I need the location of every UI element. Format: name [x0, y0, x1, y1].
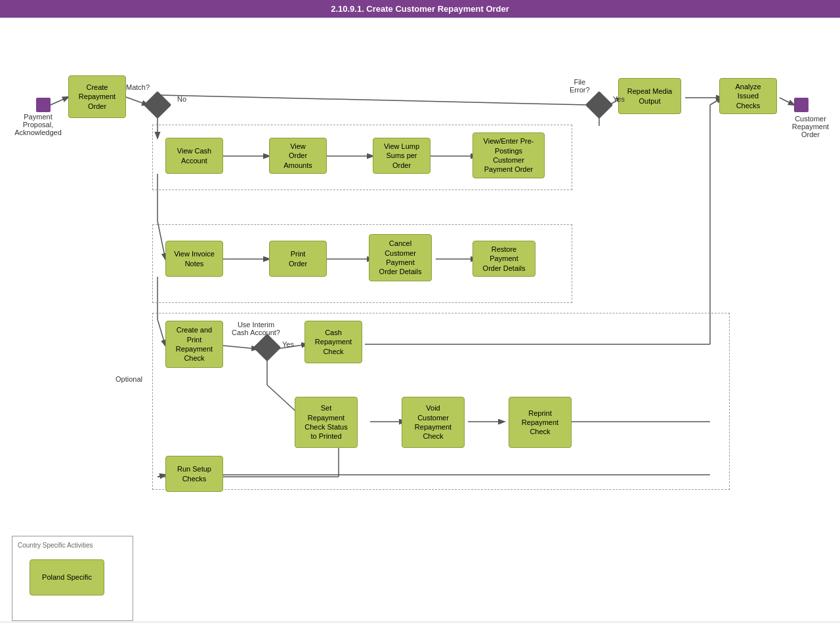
create-repayment-order-node[interactable]: CreateRepaymentOrder: [68, 75, 126, 118]
svg-line-31: [780, 98, 794, 105]
file-error-diamond: [585, 91, 613, 119]
page-title: 2.10.9.1. Create Customer Repayment Orde…: [331, 4, 509, 14]
view-lump-sums-node[interactable]: View LumpSums perOrder: [373, 138, 430, 174]
yes-label-interim: Yes: [282, 340, 294, 348]
view-cash-account-node[interactable]: View CashAccount: [165, 138, 223, 174]
create-print-repayment-node[interactable]: Create andPrintRepaymentCheck: [165, 321, 223, 368]
set-repayment-status-node[interactable]: SetRepaymentCheck Statusto Printed: [295, 397, 358, 448]
yes-label-file: Yes: [613, 95, 625, 103]
diagram-area: PaymentProposal,Acknowledged CustomerRep…: [0, 18, 840, 621]
void-customer-repayment-node[interactable]: VoidCustomerRepaymentCheck: [402, 397, 465, 448]
cancel-customer-payment-node[interactable]: CancelCustomerPaymentOrder Details: [369, 234, 432, 281]
match-label: Match?: [126, 83, 150, 91]
customer-repayment-order-label: CustomerRepaymentOrder: [788, 115, 833, 138]
no-label: No: [177, 95, 186, 103]
view-order-amounts-node[interactable]: ViewOrderAmounts: [269, 138, 327, 174]
repeat-media-output-node[interactable]: Repeat MediaOutput: [618, 78, 681, 114]
poland-specific-node[interactable]: Poland Specific: [30, 559, 104, 595]
run-setup-checks-node[interactable]: Run SetupChecks: [165, 456, 223, 492]
legend-box: Country Specific Activities Poland Speci…: [12, 536, 133, 621]
svg-line-0: [51, 97, 68, 105]
title-bar: 2.10.9.1. Create Customer Repayment Orde…: [0, 0, 840, 18]
view-invoice-notes-node[interactable]: View InvoiceNotes: [165, 241, 223, 277]
end-node: [794, 98, 808, 112]
optional-label: Optional: [116, 375, 142, 383]
match-diamond: [144, 91, 171, 119]
analyze-issued-checks-node[interactable]: AnalyzeIssuedChecks: [719, 78, 777, 114]
reprint-repayment-check-node[interactable]: ReprintRepaymentCheck: [509, 397, 572, 448]
view-enter-prepostings-node[interactable]: View/Enter Pre-PostingsCustomerPayment O…: [472, 132, 545, 178]
file-error-label: FileError?: [570, 78, 590, 94]
start-node: [36, 98, 51, 112]
svg-line-28: [158, 95, 589, 105]
legend-title: Country Specific Activities: [18, 542, 127, 549]
payment-proposal-label: PaymentProposal,Acknowledged: [12, 113, 64, 136]
cash-repayment-check-node[interactable]: CashRepaymentCheck: [304, 321, 362, 363]
restore-payment-order-node[interactable]: RestorePaymentOrder Details: [472, 241, 536, 277]
interim-cash-label: Use InterimCash Account?: [226, 321, 285, 336]
print-order-node[interactable]: PrintOrder: [269, 241, 327, 277]
